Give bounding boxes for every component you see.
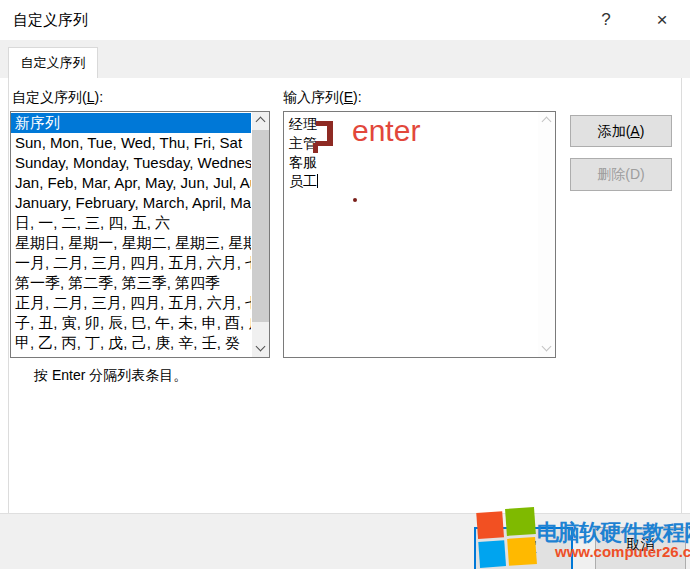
list-item[interactable]: Jan, Feb, Mar, Apr, May, Jun, Jul, Aug: [11, 173, 251, 193]
title-bar: 自定义序列 ? ×: [0, 0, 690, 40]
list-item[interactable]: 新序列: [11, 113, 251, 133]
scroll-up-icon[interactable]: [252, 112, 269, 129]
scrollbar-thumb[interactable]: [252, 130, 269, 322]
list-item[interactable]: 日, 一, 二, 三, 四, 五, 六: [11, 213, 251, 233]
list-item[interactable]: 一月, 二月, 三月, 四月, 五月, 六月, 七月: [11, 253, 251, 273]
list-rows: 新序列 Sun, Mon, Tue, Wed, Thu, Fri, Sat Su…: [11, 113, 251, 353]
annotation-dot: [353, 198, 357, 202]
list-item[interactable]: 甲, 乙, 丙, 丁, 戊, 己, 庚, 辛, 壬, 癸: [11, 333, 251, 353]
watermark-logo-icon: [476, 507, 536, 567]
help-icon[interactable]: ?: [584, 0, 628, 40]
hint-text: 按 Enter 分隔列表条目。: [34, 367, 187, 385]
input-sequence-label: 输入序列(E):: [283, 89, 362, 107]
add-button[interactable]: 添加(A): [570, 115, 672, 147]
list-item[interactable]: 第一季, 第二季, 第三季, 第四季: [11, 273, 251, 293]
list-item[interactable]: January, February, March, April, May: [11, 193, 251, 213]
list-item[interactable]: 子, 丑, 寅, 卯, 辰, 巳, 午, 未, 申, 酉, 戌: [11, 313, 251, 333]
custom-lists-label: 自定义序列(L):: [12, 89, 103, 107]
input-sequence-textarea[interactable]: 经理 主管 客服 员工: [283, 111, 556, 358]
list-item[interactable]: Sun, Mon, Tue, Wed, Thu, Fri, Sat: [11, 133, 251, 153]
textarea-scrollbar[interactable]: [538, 112, 555, 357]
scroll-up-icon[interactable]: [538, 112, 555, 129]
delete-button[interactable]: 删除(D): [570, 158, 672, 191]
tab-strip: 自定义序列: [0, 40, 690, 78]
annotation-bracket-hook: [313, 143, 318, 153]
listbox-scrollbar[interactable]: [252, 112, 269, 357]
input-line: 员工: [289, 172, 535, 191]
list-item[interactable]: 正月, 二月, 三月, 四月, 五月, 六月, 七月: [11, 293, 251, 313]
tab-custom-lists[interactable]: 自定义序列: [8, 47, 98, 79]
scroll-down-icon[interactable]: [538, 340, 555, 357]
annotation-bracket: [316, 121, 333, 146]
watermark-site-name: 电脑软硬件教程网: [537, 518, 690, 548]
list-item[interactable]: 星期日, 星期一, 星期二, 星期三, 星期四: [11, 233, 251, 253]
annotation-enter-label: enter: [352, 114, 420, 148]
dialog-title: 自定义序列: [13, 0, 88, 40]
list-item[interactable]: Sunday, Monday, Tuesday, Wednesday: [11, 153, 251, 173]
custom-lists-listbox[interactable]: 新序列 Sun, Mon, Tue, Wed, Thu, Fri, Sat Su…: [10, 111, 270, 358]
input-line: 客服: [289, 153, 535, 172]
close-icon[interactable]: ×: [640, 0, 684, 40]
scroll-down-icon[interactable]: [252, 340, 269, 357]
text-cursor: [317, 174, 318, 188]
